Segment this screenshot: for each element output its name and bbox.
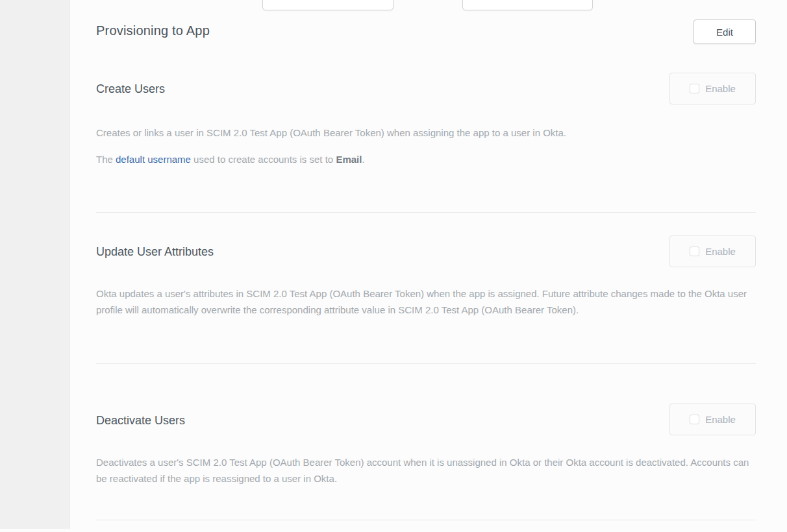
enable-label: Enable — [705, 414, 736, 425]
edit-button[interactable]: Edit — [693, 19, 756, 44]
section-title: Update User Attributes — [96, 245, 214, 259]
section-description: Okta updates a user's attributes in SCIM… — [96, 285, 756, 318]
section-title: Deactivate Users — [96, 414, 185, 428]
form-field-stub-left[interactable] — [262, 0, 393, 10]
section-description: Deactivates a user's SCIM 2.0 Test App (… — [96, 454, 756, 487]
main-content: Provisioning to App Edit Create Users En… — [70, 0, 787, 532]
username-note: The default username used to create acco… — [96, 151, 756, 167]
note-prefix: The — [96, 154, 116, 165]
enable-toggle-create-users[interactable]: Enable — [669, 73, 756, 104]
enable-label: Enable — [705, 83, 736, 94]
checkbox-icon[interactable] — [690, 415, 699, 424]
default-username-link[interactable]: default username — [116, 154, 191, 165]
enable-toggle-update-user-attributes[interactable]: Enable — [669, 236, 756, 267]
enable-label: Enable — [705, 246, 736, 257]
section-divider — [96, 212, 756, 213]
left-sidebar — [0, 0, 69, 529]
section-divider — [96, 520, 756, 520]
section-create-users: Create Users Enable Creates or links a u… — [96, 73, 756, 189]
section-title: Create Users — [96, 82, 165, 96]
note-middle: used to create accounts is set to — [191, 154, 336, 165]
checkbox-icon[interactable] — [690, 247, 699, 256]
section-update-user-attributes: Update User Attributes Enable Okta updat… — [96, 236, 756, 339]
section-divider — [96, 363, 756, 364]
checkbox-icon[interactable] — [690, 84, 699, 93]
section-description: Creates or links a user in SCIM 2.0 Test… — [96, 125, 756, 141]
page-title: Provisioning to App — [96, 23, 210, 38]
provisioning-settings-page: Provisioning to App Edit Create Users En… — [0, 0, 787, 532]
enable-toggle-deactivate-users[interactable]: Enable — [669, 404, 756, 435]
note-suffix: . — [362, 154, 364, 165]
form-field-stub-right[interactable] — [462, 0, 593, 10]
section-deactivate-users: Deactivate Users Enable Deactivates a us… — [96, 404, 756, 494]
note-bold-value: Email — [336, 154, 362, 165]
